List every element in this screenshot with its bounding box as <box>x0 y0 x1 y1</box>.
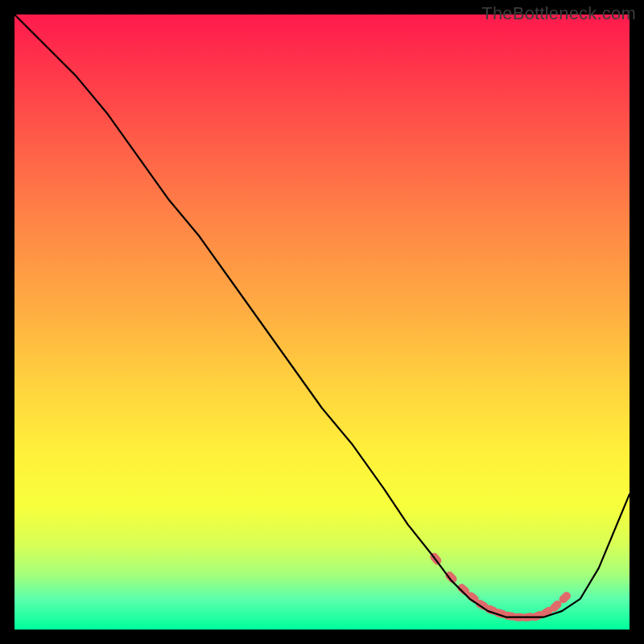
chart-frame: TheBottleneck.com <box>0 0 644 644</box>
plot-area <box>14 14 630 630</box>
watermark: TheBottleneck.com <box>481 3 636 24</box>
chart-svg <box>14 14 630 630</box>
watermark-text: TheBottleneck.com <box>481 3 636 23</box>
bottleneck-curve <box>14 14 630 617</box>
data-markers <box>428 551 572 622</box>
